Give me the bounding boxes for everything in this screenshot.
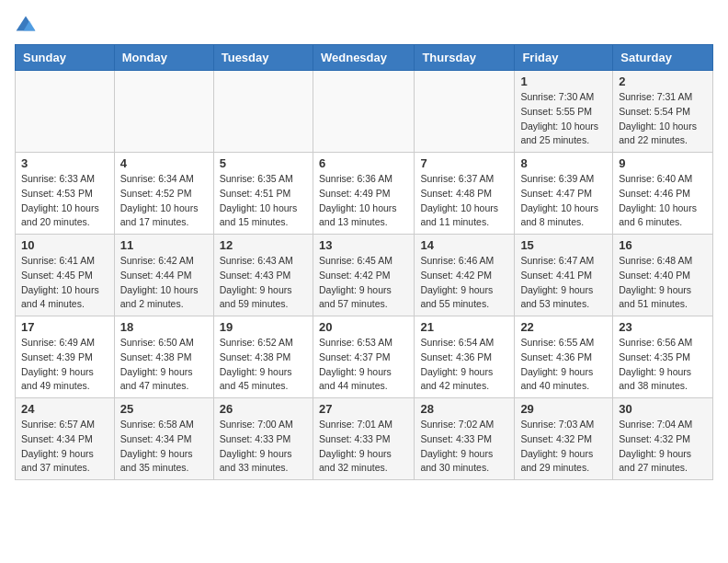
- calendar-cell: 17Sunrise: 6:49 AM Sunset: 4:39 PM Dayli…: [16, 316, 115, 398]
- day-number: 23: [619, 320, 707, 334]
- day-info: Sunrise: 6:47 AM Sunset: 4:41 PM Dayligh…: [520, 254, 607, 312]
- calendar-cell: 21Sunrise: 6:54 AM Sunset: 4:36 PM Dayli…: [415, 316, 515, 398]
- day-info: Sunrise: 6:34 AM Sunset: 4:52 PM Dayligh…: [120, 172, 208, 230]
- day-info: Sunrise: 6:57 AM Sunset: 4:34 PM Dayligh…: [21, 418, 108, 476]
- day-info: Sunrise: 7:02 AM Sunset: 4:33 PM Dayligh…: [420, 418, 508, 476]
- day-number: 16: [619, 238, 707, 252]
- day-number: 17: [21, 320, 108, 334]
- day-number: 3: [21, 156, 108, 170]
- calendar-cell: 9Sunrise: 6:40 AM Sunset: 4:46 PM Daylig…: [613, 153, 713, 235]
- calendar-cell: 19Sunrise: 6:52 AM Sunset: 4:38 PM Dayli…: [213, 316, 313, 398]
- day-info: Sunrise: 6:58 AM Sunset: 4:34 PM Dayligh…: [120, 418, 208, 476]
- calendar-cell: [114, 71, 213, 153]
- calendar-cell: [415, 71, 515, 153]
- day-number: 6: [319, 156, 408, 170]
- calendar-cell: [213, 71, 313, 153]
- calendar-cell: 1Sunrise: 7:30 AM Sunset: 5:55 PM Daylig…: [515, 71, 613, 153]
- day-info: Sunrise: 7:01 AM Sunset: 4:33 PM Dayligh…: [319, 418, 408, 476]
- calendar-cell: 25Sunrise: 6:58 AM Sunset: 4:34 PM Dayli…: [114, 398, 213, 480]
- calendar-cell: [313, 71, 414, 153]
- day-info: Sunrise: 6:35 AM Sunset: 4:51 PM Dayligh…: [220, 172, 307, 230]
- day-number: 7: [420, 156, 508, 170]
- calendar-cell: 2Sunrise: 7:31 AM Sunset: 5:54 PM Daylig…: [613, 71, 713, 153]
- calendar-header-row: SundayMondayTuesdayWednesdayThursdayFrid…: [16, 45, 713, 71]
- day-info: Sunrise: 7:31 AM Sunset: 5:54 PM Dayligh…: [619, 90, 707, 148]
- day-info: Sunrise: 6:56 AM Sunset: 4:35 PM Dayligh…: [619, 336, 707, 394]
- day-info: Sunrise: 6:45 AM Sunset: 4:42 PM Dayligh…: [319, 254, 408, 312]
- day-info: Sunrise: 6:36 AM Sunset: 4:49 PM Dayligh…: [319, 172, 408, 230]
- day-number: 13: [319, 238, 408, 252]
- day-info: Sunrise: 6:54 AM Sunset: 4:36 PM Dayligh…: [420, 336, 508, 394]
- day-info: Sunrise: 7:03 AM Sunset: 4:32 PM Dayligh…: [520, 418, 607, 476]
- day-number: 5: [220, 156, 307, 170]
- calendar-cell: 10Sunrise: 6:41 AM Sunset: 4:45 PM Dayli…: [16, 235, 115, 316]
- calendar-cell: 20Sunrise: 6:53 AM Sunset: 4:37 PM Dayli…: [313, 316, 414, 398]
- calendar-header-friday: Friday: [515, 45, 613, 71]
- day-number: 20: [319, 320, 408, 334]
- day-number: 27: [319, 402, 408, 416]
- calendar-cell: 24Sunrise: 6:57 AM Sunset: 4:34 PM Dayli…: [16, 398, 115, 480]
- day-number: 21: [420, 320, 508, 334]
- day-number: 19: [220, 320, 307, 334]
- day-number: 9: [619, 156, 707, 170]
- day-number: 30: [619, 402, 707, 416]
- calendar: SundayMondayTuesdayWednesdayThursdayFrid…: [15, 44, 713, 480]
- calendar-header-wednesday: Wednesday: [313, 45, 414, 71]
- day-info: Sunrise: 6:53 AM Sunset: 4:37 PM Dayligh…: [319, 336, 408, 394]
- day-info: Sunrise: 6:55 AM Sunset: 4:36 PM Dayligh…: [520, 336, 607, 394]
- calendar-cell: 16Sunrise: 6:48 AM Sunset: 4:40 PM Dayli…: [613, 235, 713, 316]
- day-info: Sunrise: 6:49 AM Sunset: 4:39 PM Dayligh…: [21, 336, 108, 394]
- logo: [15, 15, 40, 37]
- day-number: 8: [520, 156, 607, 170]
- calendar-cell: 23Sunrise: 6:56 AM Sunset: 4:35 PM Dayli…: [613, 316, 713, 398]
- calendar-header-thursday: Thursday: [415, 45, 515, 71]
- day-info: Sunrise: 6:48 AM Sunset: 4:40 PM Dayligh…: [619, 254, 707, 312]
- calendar-cell: 29Sunrise: 7:03 AM Sunset: 4:32 PM Dayli…: [515, 398, 613, 480]
- calendar-header-sunday: Sunday: [16, 45, 115, 71]
- day-number: 11: [120, 238, 208, 252]
- day-number: 29: [520, 402, 607, 416]
- day-number: 12: [220, 238, 307, 252]
- day-info: Sunrise: 6:43 AM Sunset: 4:43 PM Dayligh…: [220, 254, 307, 312]
- calendar-week-row: 10Sunrise: 6:41 AM Sunset: 4:45 PM Dayli…: [16, 235, 713, 316]
- day-number: 1: [520, 75, 607, 88]
- day-number: 4: [120, 156, 208, 170]
- calendar-cell: 6Sunrise: 6:36 AM Sunset: 4:49 PM Daylig…: [313, 153, 414, 235]
- calendar-cell: 26Sunrise: 7:00 AM Sunset: 4:33 PM Dayli…: [213, 398, 313, 480]
- day-number: 24: [21, 402, 108, 416]
- day-number: 2: [619, 75, 707, 88]
- day-info: Sunrise: 6:50 AM Sunset: 4:38 PM Dayligh…: [120, 336, 208, 394]
- day-info: Sunrise: 6:37 AM Sunset: 4:48 PM Dayligh…: [420, 172, 508, 230]
- calendar-cell: 30Sunrise: 7:04 AM Sunset: 4:32 PM Dayli…: [613, 398, 713, 480]
- calendar-cell: 18Sunrise: 6:50 AM Sunset: 4:38 PM Dayli…: [114, 316, 213, 398]
- calendar-week-row: 3Sunrise: 6:33 AM Sunset: 4:53 PM Daylig…: [16, 153, 713, 235]
- calendar-header-tuesday: Tuesday: [213, 45, 313, 71]
- calendar-cell: 4Sunrise: 6:34 AM Sunset: 4:52 PM Daylig…: [114, 153, 213, 235]
- calendar-cell: 15Sunrise: 6:47 AM Sunset: 4:41 PM Dayli…: [515, 235, 613, 316]
- calendar-cell: 14Sunrise: 6:46 AM Sunset: 4:42 PM Dayli…: [415, 235, 515, 316]
- day-number: 14: [420, 238, 508, 252]
- day-info: Sunrise: 6:52 AM Sunset: 4:38 PM Dayligh…: [220, 336, 307, 394]
- day-number: 25: [120, 402, 208, 416]
- calendar-header-monday: Monday: [114, 45, 213, 71]
- day-info: Sunrise: 7:30 AM Sunset: 5:55 PM Dayligh…: [520, 90, 607, 148]
- day-info: Sunrise: 6:33 AM Sunset: 4:53 PM Dayligh…: [21, 172, 108, 230]
- day-number: 26: [220, 402, 307, 416]
- calendar-cell: 3Sunrise: 6:33 AM Sunset: 4:53 PM Daylig…: [16, 153, 115, 235]
- calendar-cell: 27Sunrise: 7:01 AM Sunset: 4:33 PM Dayli…: [313, 398, 414, 480]
- calendar-cell: [16, 71, 115, 153]
- calendar-cell: 28Sunrise: 7:02 AM Sunset: 4:33 PM Dayli…: [415, 398, 515, 480]
- day-info: Sunrise: 6:42 AM Sunset: 4:44 PM Dayligh…: [120, 254, 208, 312]
- calendar-cell: 13Sunrise: 6:45 AM Sunset: 4:42 PM Dayli…: [313, 235, 414, 316]
- day-number: 15: [520, 238, 607, 252]
- calendar-cell: 22Sunrise: 6:55 AM Sunset: 4:36 PM Dayli…: [515, 316, 613, 398]
- day-info: Sunrise: 7:00 AM Sunset: 4:33 PM Dayligh…: [220, 418, 307, 476]
- calendar-cell: 12Sunrise: 6:43 AM Sunset: 4:43 PM Dayli…: [213, 235, 313, 316]
- day-number: 18: [120, 320, 208, 334]
- calendar-cell: 7Sunrise: 6:37 AM Sunset: 4:48 PM Daylig…: [415, 153, 515, 235]
- day-number: 28: [420, 402, 508, 416]
- calendar-week-row: 17Sunrise: 6:49 AM Sunset: 4:39 PM Dayli…: [16, 316, 713, 398]
- calendar-cell: 8Sunrise: 6:39 AM Sunset: 4:47 PM Daylig…: [515, 153, 613, 235]
- day-info: Sunrise: 6:40 AM Sunset: 4:46 PM Dayligh…: [619, 172, 707, 230]
- calendar-header-saturday: Saturday: [613, 45, 713, 71]
